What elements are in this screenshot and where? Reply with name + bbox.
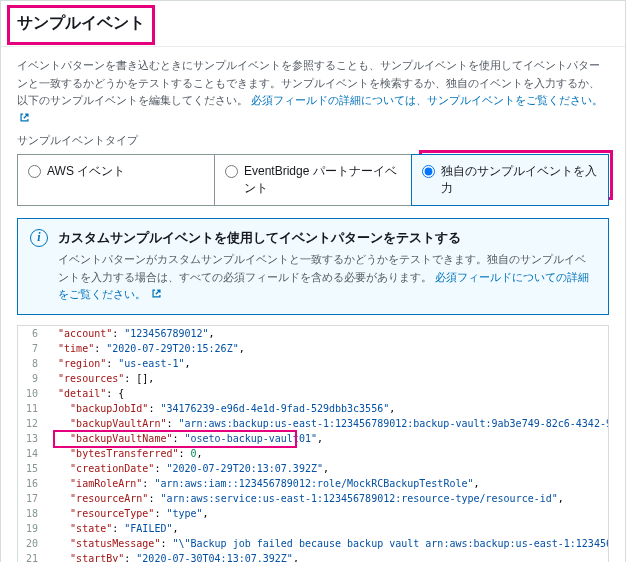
radio-label: AWS イベント bbox=[47, 163, 125, 180]
code-line[interactable]: 15 "creationDate": "2020-07-29T20:13:07.… bbox=[18, 461, 608, 476]
radio-label: 独自のサンプルイベントを入力 bbox=[441, 163, 598, 197]
radio-input-custom[interactable] bbox=[422, 165, 435, 178]
code-line[interactable]: 13 "backupVaultName": "oseto-backup-vaul… bbox=[18, 431, 608, 446]
radio-input-aws[interactable] bbox=[28, 165, 41, 178]
info-alert: i カスタムサンプルイベントを使用してイベントパターンをテストする イベントパタ… bbox=[17, 218, 609, 315]
radio-eventbridge-partner[interactable]: EventBridge パートナーイベント bbox=[214, 154, 412, 206]
code-line[interactable]: 10 "detail": { bbox=[18, 386, 608, 401]
code-line[interactable]: 7 "time": "2020-07-29T20:15:26Z", bbox=[18, 341, 608, 356]
external-link-icon bbox=[19, 111, 30, 122]
intro-text: イベントパターンを書き込むときにサンプルイベントを参照することも、サンプルイベン… bbox=[1, 47, 625, 131]
code-line[interactable]: 20 "statusMessage": "\"Backup job failed… bbox=[18, 536, 608, 551]
radio-input-partner[interactable] bbox=[225, 165, 238, 178]
code-line[interactable]: 6 "account": "123456789012", bbox=[18, 326, 608, 341]
info-icon: i bbox=[30, 229, 48, 247]
radio-aws-events[interactable]: AWS イベント bbox=[17, 154, 215, 206]
radio-group-event-type: AWS イベント EventBridge パートナーイベント 独自のサンプルイベ… bbox=[1, 154, 625, 218]
panel-header: サンプルイベント bbox=[1, 1, 625, 47]
code-line[interactable]: 19 "state": "FAILED", bbox=[18, 521, 608, 536]
info-body-text: イベントパターンがカスタムサンプルイベントと一致するかどうかをテストできます。独… bbox=[58, 251, 596, 304]
code-line[interactable]: 11 "backupJobId": "34176239-e96d-4e1d-9f… bbox=[18, 401, 608, 416]
code-line[interactable]: 18 "resourceType": "type", bbox=[18, 506, 608, 521]
radio-custom-event[interactable]: 独自のサンプルイベントを入力 bbox=[411, 154, 609, 206]
code-line[interactable]: 16 "iamRoleArn": "arn:aws:iam::123456789… bbox=[18, 476, 608, 491]
sample-event-type-label: サンプルイベントタイプ bbox=[1, 131, 625, 154]
intro-link-label: 必須フィールドの詳細については、サンプルイベントをご覧ください。 bbox=[251, 94, 603, 106]
code-line[interactable]: 14 "bytesTransferred": 0, bbox=[18, 446, 608, 461]
external-link-icon bbox=[151, 287, 162, 298]
sample-event-panel: サンプルイベント イベントパターンを書き込むときにサンプルイベントを参照すること… bbox=[0, 0, 626, 562]
code-line[interactable]: 9 "resources": [], bbox=[18, 371, 608, 386]
info-title: カスタムサンプルイベントを使用してイベントパターンをテストする bbox=[58, 229, 596, 247]
code-line[interactable]: 8 "region": "us-east-1", bbox=[18, 356, 608, 371]
radio-label: EventBridge パートナーイベント bbox=[244, 163, 401, 197]
json-editor[interactable]: 6 "account": "123456789012",7 "time": "2… bbox=[17, 325, 609, 562]
panel-title: サンプルイベント bbox=[17, 13, 609, 34]
code-line[interactable]: 17 "resourceArn": "arn:aws:service:us-ea… bbox=[18, 491, 608, 506]
code-line[interactable]: 12 "backupVaultArn": "arn:aws:backup:us-… bbox=[18, 416, 608, 431]
code-line[interactable]: 21 "startBy": "2020-07-30T04:13:07.392Z"… bbox=[18, 551, 608, 562]
